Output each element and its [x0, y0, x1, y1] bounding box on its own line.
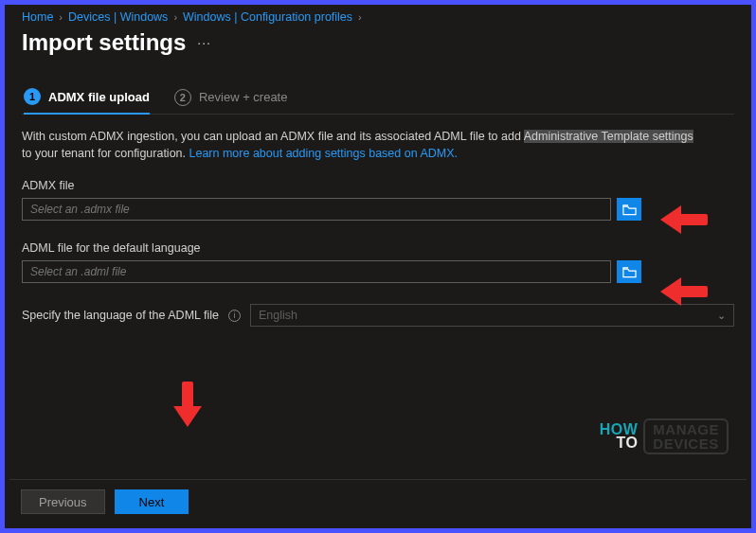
highlighted-text: Administrative Template settings: [524, 130, 693, 143]
step-number-2: 2: [174, 89, 191, 106]
adml-file-label: ADML file for the default language: [22, 241, 734, 255]
folder-icon: [622, 266, 637, 278]
learn-more-link[interactable]: Learn more about adding settings based o…: [189, 147, 459, 160]
adml-file-input[interactable]: [22, 260, 611, 283]
admx-browse-button[interactable]: [617, 198, 641, 221]
more-actions-button[interactable]: ···: [197, 35, 211, 50]
annotation-arrow: [173, 382, 202, 427]
chevron-right-icon: ›: [354, 11, 366, 23]
admx-file-input[interactable]: [22, 198, 611, 221]
language-value: English: [259, 309, 297, 322]
previous-button[interactable]: Previous: [21, 489, 105, 514]
step-number-1: 1: [24, 88, 41, 105]
chevron-right-icon: ›: [55, 11, 66, 23]
chevron-down-icon: ⌄: [717, 310, 726, 322]
breadcrumb-devices[interactable]: Devices | Windows: [68, 10, 168, 24]
breadcrumb-profiles[interactable]: Windows | Configuration profiles: [183, 10, 352, 24]
chevron-right-icon: ›: [170, 11, 181, 23]
wizard-tabs: 1 ADMX file upload 2 Review + create: [22, 88, 734, 115]
admx-file-label: ADMX file: [22, 179, 734, 192]
tab-label: Review + create: [199, 90, 288, 104]
page-title: Import settings: [22, 29, 186, 56]
adml-browse-button[interactable]: [617, 260, 641, 283]
language-select[interactable]: English ⌄: [250, 304, 734, 327]
breadcrumb-home[interactable]: Home: [22, 10, 53, 24]
folder-icon: [622, 204, 637, 216]
tab-label: ADMX file upload: [48, 90, 150, 104]
info-icon[interactable]: i: [228, 310, 241, 322]
wizard-footer: Previous Next: [9, 479, 747, 524]
breadcrumb: Home › Devices | Windows › Windows | Con…: [22, 10, 734, 24]
tab-admx-upload[interactable]: 1 ADMX file upload: [24, 88, 150, 115]
intro-text: With custom ADMX ingestion, you can uplo…: [22, 128, 704, 162]
language-label: Specify the language of the ADML file: [22, 309, 219, 322]
watermark: HOW TO MANAGE DEVICES: [600, 418, 729, 454]
tab-review-create[interactable]: 2 Review + create: [174, 88, 288, 114]
next-button[interactable]: Next: [115, 489, 189, 514]
